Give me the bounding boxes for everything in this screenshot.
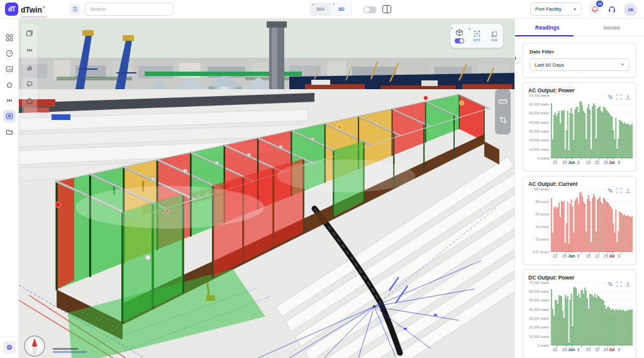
- notification-count-badge: 13: [596, 1, 603, 7]
- lasso-icon[interactable]: [26, 79, 33, 90]
- download-icon[interactable]: [625, 94, 631, 100]
- tab-issues[interactable]: Issues: [580, 19, 644, 36]
- 3d-viewport[interactable]: ▼ ▼ XYZ BIM: [19, 19, 514, 358]
- model-visibility-control[interactable]: ▼: [451, 29, 467, 43]
- x-axis-tick-label: 29: [562, 347, 567, 352]
- chart-plot-area[interactable]: 70,000 watts60,000 watts50,000 watts40,0…: [528, 95, 631, 167]
- chart-icon[interactable]: [26, 62, 33, 73]
- y-axis-tick-label: 50,000 watts: [528, 298, 549, 302]
- y-axis-tick-label: 60,000 watts: [528, 102, 549, 106]
- crop-icon[interactable]: [499, 116, 508, 127]
- x-axis-tick-label: 22: [595, 254, 599, 258]
- download-icon[interactable]: [625, 281, 631, 287]
- readings-panel: ❯ Readings Issues Date Filter Last 60 Da…: [514, 19, 644, 358]
- haze: [75, 186, 264, 229]
- chart-bars: [551, 189, 633, 252]
- crop-icon[interactable]: [608, 94, 613, 100]
- x-axis-tick-label: 8: [577, 347, 580, 352]
- hamburger-menu-icon[interactable]: ☰: [69, 4, 80, 15]
- sidebar-item-apps[interactable]: [3, 31, 16, 44]
- x-axis-tick: [581, 158, 582, 160]
- x-axis-tick-label: 15: [586, 160, 591, 165]
- sidebar-item-reports[interactable]: [3, 63, 16, 75]
- x-axis-tick-label: Jun: [568, 254, 575, 258]
- frame-icon[interactable]: [616, 188, 622, 193]
- sidebar-item-dashboard[interactable]: [3, 47, 16, 60]
- user-avatar[interactable]: JA: [624, 3, 637, 16]
- settings-button[interactable]: [3, 341, 16, 354]
- compass[interactable]: [23, 334, 47, 358]
- sidebar-item-files[interactable]: [3, 126, 16, 138]
- bell-icon: [591, 6, 599, 13]
- search-input[interactable]: [84, 3, 174, 16]
- x-axis-tick-label: 22: [553, 160, 557, 165]
- date-filter-card: Date Filter Last 60 Days ▼: [523, 43, 636, 78]
- layers-icon[interactable]: [26, 28, 33, 40]
- truck: [52, 114, 70, 120]
- x-axis-tick-label: 29: [604, 347, 608, 352]
- split-view-icon[interactable]: [382, 5, 391, 13]
- chart-plot-area[interactable]: 70,000 watts60,000 watts50,000 watts40,0…: [528, 283, 631, 354]
- chart-toolbar: [608, 188, 631, 193]
- chart-plot-area[interactable]: 100 amps80 amps60 amps40 amps20 amps0.07…: [528, 189, 631, 261]
- logo-trademark: ™: [42, 6, 45, 9]
- toggle-knob: [460, 39, 464, 43]
- compare-toggle[interactable]: [364, 6, 377, 13]
- cube-icon: [455, 29, 464, 37]
- x-axis-tick: [621, 252, 622, 254]
- chevron-down-icon: ▼: [332, 3, 335, 6]
- x-axis-tick: [581, 252, 582, 254]
- x-axis-tick-label: Jun: [568, 347, 575, 352]
- view-mode-switch: ▼360 ▼3D: [309, 3, 352, 16]
- crop-icon[interactable]: [608, 188, 613, 193]
- panel-content: Date Filter Last 60 Days ▼ AC Output: Po…: [515, 36, 644, 358]
- crop-icon[interactable]: [608, 281, 613, 287]
- model-toggle[interactable]: [455, 38, 464, 43]
- x-axis-tick-label: 29: [562, 160, 567, 165]
- toggle-knob: [364, 7, 370, 13]
- chart-card-dc-power: DC Output: Power 70,000 watts60,000 watt…: [523, 269, 636, 358]
- y-axis-tick-label: 70,000 watts: [528, 94, 549, 97]
- date-filter-value: Last 60 Days: [535, 62, 564, 68]
- download-icon[interactable]: [625, 188, 631, 193]
- y-axis-tick-label: 50,000 watts: [528, 111, 549, 115]
- logo-text-wrap: dTwin™: [21, 4, 47, 18]
- x-axis-tick: [621, 158, 622, 160]
- tab-readings[interactable]: Readings: [515, 19, 580, 36]
- view-360-button[interactable]: ▼360: [310, 3, 331, 15]
- facility-select[interactable]: Port Facility ▼: [530, 3, 582, 16]
- frame-icon[interactable]: [616, 94, 622, 100]
- chevron-down-icon: ▼: [621, 63, 625, 67]
- x-axis-tick-label: 8: [577, 160, 580, 165]
- x-axis-tick-label: 29: [604, 254, 608, 258]
- y-axis-tick-label: 30,000 watts: [528, 129, 549, 133]
- x-axis-tick: [621, 345, 622, 347]
- x-axis-tick-label: 8: [618, 347, 620, 352]
- viewport-display-controls: ▼ ▼ XYZ BIM: [450, 24, 503, 48]
- date-filter-select[interactable]: Last 60 Days ▼: [530, 58, 630, 71]
- logo-text: dTwin: [21, 6, 42, 14]
- sidebar-item-sensors[interactable]: [3, 94, 16, 107]
- x-axis-tick-label: 22: [553, 254, 557, 258]
- frame-icon[interactable]: [616, 281, 622, 287]
- view-3d-button[interactable]: ▼3D: [331, 3, 352, 15]
- support-button[interactable]: [606, 3, 618, 16]
- xyz-axes-icon: [473, 30, 481, 38]
- sidebar-item-3d-viewer[interactable]: [3, 110, 16, 122]
- x-axis-tick-label: Jul: [609, 347, 614, 352]
- broadcast-icon: [6, 97, 13, 104]
- chevron-down-icon: ▼: [450, 26, 453, 30]
- broadcast-icon[interactable]: [26, 45, 33, 57]
- sidebar-items: [3, 19, 16, 337]
- xyz-axes-control[interactable]: ▼ XYZ: [469, 30, 485, 42]
- logo-tagline: [21, 16, 47, 18]
- bim-control[interactable]: BIM: [486, 30, 502, 42]
- app-logo[interactable]: dT dTwin™: [5, 3, 47, 18]
- measure-icon[interactable]: [498, 97, 508, 109]
- chevron-down-icon: ▼: [468, 27, 471, 31]
- chart-card-ac-power: AC Output: Power 70,000 watts60,000 watt…: [523, 82, 636, 171]
- sidebar-item-home[interactable]: [3, 79, 16, 91]
- x-axis-tick-label: 15: [586, 254, 591, 258]
- polygon-icon[interactable]: [26, 96, 33, 107]
- logo-icon: dT: [5, 3, 18, 16]
